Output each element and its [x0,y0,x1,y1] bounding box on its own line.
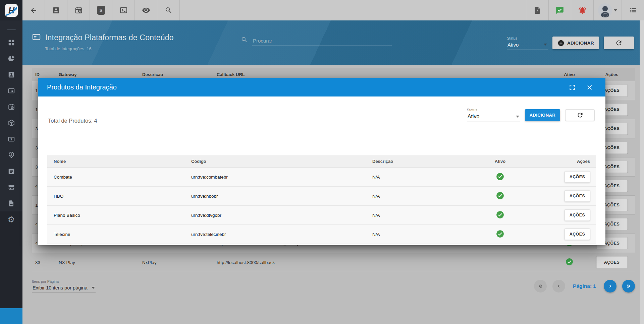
back-arrow-icon [30,6,38,14]
chevron-down-icon [92,287,95,289]
page-header: Integração Plataformas de Conteúdo Total… [22,20,644,65]
col-callback: Callback URL [213,72,550,77]
modal-status-select[interactable]: Status Ativo [467,108,520,122]
total-integrations: Total de Integrações: 16 [45,46,174,51]
contacts-button[interactable] [45,0,67,20]
fullscreen-icon [569,84,576,91]
active-check-icon [496,230,504,239]
status-select[interactable]: Status Ativo [507,36,548,50]
chevron-down-icon [614,9,617,11]
modal-refresh-button[interactable] [565,109,595,121]
sidebar-item-documents[interactable] [0,195,22,211]
refresh-button[interactable] [604,37,634,49]
sidebar-nav: $ ⚙ [0,20,22,324]
refresh-icon [577,112,584,119]
modal-title: Produtos da Integração [47,83,558,91]
product-row: Telecine urn:tve:telecinebr N/A AÇÕES [47,225,596,244]
sidebar-item-packages[interactable] [0,115,22,131]
search-button[interactable] [157,0,180,20]
next-page-button[interactable] [604,280,616,293]
prev-page-button[interactable] [552,280,565,293]
document-icon [8,200,15,207]
search-input[interactable] [252,36,392,46]
product-actions-button[interactable]: AÇÕES [565,190,590,202]
product-row: HBO urn:tve:hbobr N/A AÇÕES [47,187,596,206]
calendar-clock-icon [74,6,83,14]
scrollbar[interactable] [640,20,644,324]
modal-status-value: Ativo [468,114,480,120]
col-nome: Nome [47,159,185,164]
product-actions-button[interactable]: AÇÕES [565,229,590,240]
schedule-button[interactable] [67,0,90,20]
sidebar-item-reports[interactable] [0,51,22,67]
user-menu[interactable] [593,0,622,20]
items-per-page-label: Itens por Página [32,279,96,283]
status-value: Ativo [507,42,519,48]
page-title: Integração Plataformas de Conteúdo [45,33,174,42]
pdf-file-icon [533,6,541,14]
package-icon [8,119,15,127]
sidebar-item-dashboard[interactable] [0,35,22,51]
col-acoes: Ações [520,159,596,164]
products-modal: Produtos da Integração Total de Produtos… [38,78,605,245]
contact-card-icon [8,71,15,78]
logo-icon: H [5,4,18,17]
terminal-button[interactable] [112,0,135,20]
card-layout-icon [8,87,15,94]
billing-button[interactable]: $ [90,0,112,20]
close-button[interactable] [586,84,593,91]
product-actions-button[interactable]: AÇÕES [565,171,590,183]
add-integration-button[interactable]: ADICIONAR [552,37,599,49]
last-page-button[interactable] [622,280,635,293]
sidebar-item-cards[interactable] [0,83,22,99]
money-card-icon: $ [8,135,15,143]
terminal-icon [119,6,128,14]
col-descricao: Descricao [139,72,213,77]
notifications-button[interactable] [571,0,593,20]
article-icon [8,168,15,175]
settings-gear-icon[interactable]: ⚙ [0,212,22,227]
products-table-header: Nome Código Descrição Ativo Ações [47,155,596,168]
fullscreen-button[interactable] [569,84,576,91]
chevron-left-icon [556,283,561,289]
table-row: 33 NX Play NxPlay http://localhost:8000/… [32,253,635,272]
sidebar-settings-section: ⚙ [0,211,22,308]
items-per-page-select[interactable]: Itens por Página Exibir 10 itens por pág… [32,279,96,293]
sidebar-item-locations[interactable] [0,147,22,163]
product-actions-button[interactable]: AÇÕES [565,209,590,221]
visibility-button[interactable] [135,0,157,20]
sidebar-item-servers[interactable] [0,179,22,195]
sidebar-item-contacts[interactable] [0,67,22,83]
sidebar-item-lists[interactable] [0,163,22,179]
currency-icon: $ [97,6,105,15]
menu-list-button[interactable] [622,0,644,20]
first-page-button[interactable] [534,280,547,293]
search-icon [165,6,172,14]
back-button[interactable] [22,0,45,20]
eye-icon [142,6,150,14]
row-actions-button[interactable]: AÇÕES [596,256,628,268]
server-icon [8,184,15,191]
sidebar-item-schedule[interactable] [0,99,22,115]
col-codigo: Código [185,159,366,164]
dashboard-icon [8,39,15,46]
pagination-bar: Itens por Página Exibir 10 itens por pág… [32,279,635,293]
chevron-down-icon [544,44,547,46]
messages-button[interactable] [548,0,571,20]
sidebar-footer-accent [0,308,22,324]
col-ativo: Ativo [550,72,589,77]
modal-status-label: Status [467,108,520,112]
modal-add-button[interactable]: ADICIONAR [525,109,560,121]
sidebar-item-billing[interactable]: $ [0,131,22,147]
col-acoes: Ações [589,72,635,77]
app-logo[interactable]: H [0,0,22,20]
plus-circle-icon [557,40,565,47]
modal-body: Total de Produtos: 4 Status Ativo ADICIO… [38,96,605,245]
modal-header: Produtos da Integração [38,78,605,96]
contact-card-icon [52,6,60,14]
product-row: Combate urn:tve:combatebr N/A AÇÕES [47,168,596,187]
export-pdf-button[interactable] [526,0,548,20]
svg-text:$: $ [10,138,12,141]
close-icon [586,84,593,91]
col-gateway: Gateway [55,72,139,77]
